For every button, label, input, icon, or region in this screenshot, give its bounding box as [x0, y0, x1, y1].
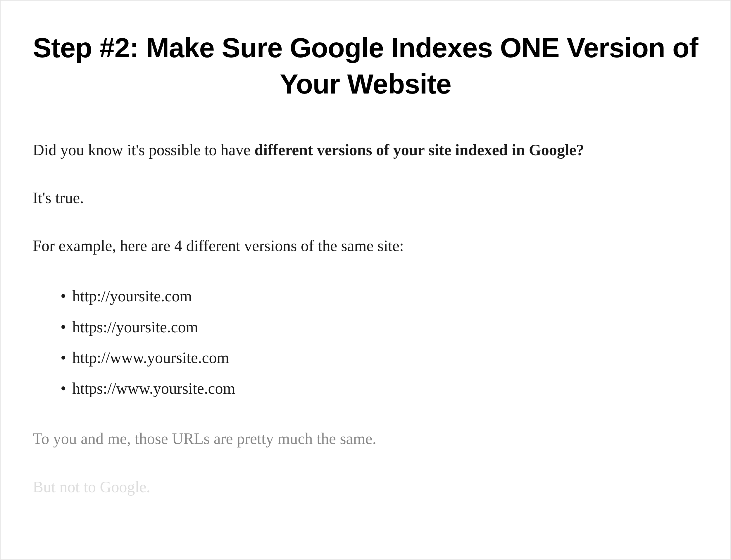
paragraph-4: To you and me, those URLs are pretty muc…	[33, 426, 698, 452]
paragraph-3: For example, here are 4 different versio…	[33, 233, 698, 259]
list-item: http://www.yoursite.com	[60, 343, 698, 373]
list-item: http://yoursite.com	[60, 281, 698, 312]
section-heading: Step #2: Make Sure Google Indexes ONE Ve…	[33, 30, 698, 102]
paragraph-2: It's true.	[33, 185, 698, 211]
paragraph-5: But not to Google.	[33, 474, 698, 500]
list-item: https://yoursite.com	[60, 312, 698, 343]
intro-prefix: Did you know it's possible to have	[33, 141, 254, 159]
list-item: https://www.yoursite.com	[60, 373, 698, 404]
intro-paragraph: Did you know it's possible to have diffe…	[33, 137, 698, 163]
body-content: Did you know it's possible to have diffe…	[33, 137, 698, 500]
intro-bold: different versions of your site indexed …	[254, 141, 584, 159]
url-list: http://yoursite.com https://yoursite.com…	[60, 281, 698, 404]
document-container: Step #2: Make Sure Google Indexes ONE Ve…	[0, 0, 731, 560]
